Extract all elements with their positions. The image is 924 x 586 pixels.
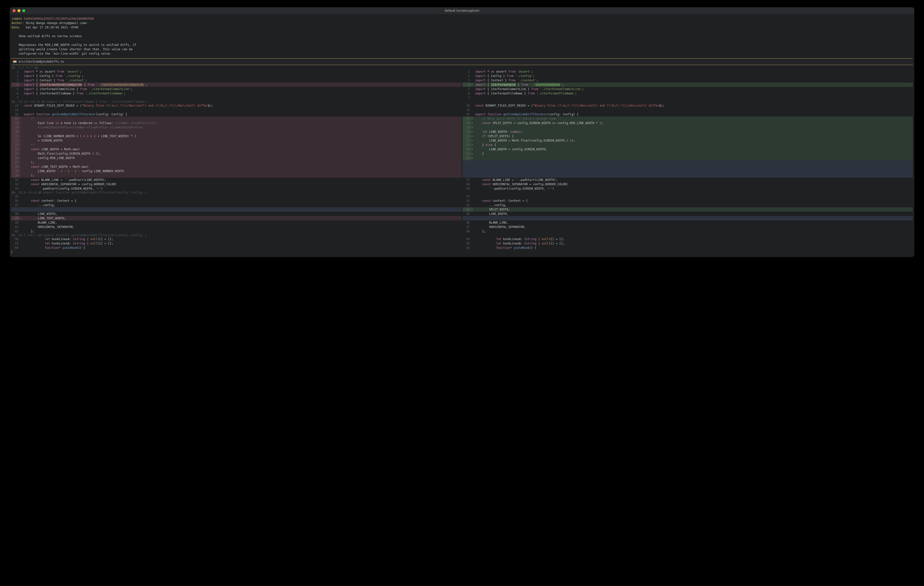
prompt-cursor[interactable]: [11, 250, 913, 254]
code: const BLANK_LINE = ''.padStart(LINE_WIDT…: [475, 178, 913, 182]
diff-left: 35 36 const context: Context = { 37 ...c…: [11, 194, 462, 233]
code: [475, 96, 913, 100]
line-number: 18: [462, 121, 471, 125]
diff-line: 5 import { iterFormatCommitLine } from '…: [11, 87, 462, 91]
code: const BINARY_FILES_DIFF_REGEX = /^Binary…: [475, 103, 913, 108]
code: import { Config } from './config';: [475, 74, 913, 78]
code: const context: Context = {: [24, 199, 462, 203]
line-number: 40: [11, 220, 20, 225]
diff-line-deleted: 21- So (LINE_NUMBER_WIDTH + 1 + 1 + 1 + …: [11, 134, 462, 138]
line-marker: [471, 203, 475, 207]
line-number: 2: [11, 74, 20, 78]
commit-header: commit 5a00d16095a255b57c762289fa434e180…: [11, 17, 913, 56]
diff-line: 3 import { Context } from './context';: [462, 78, 913, 83]
line-marker: -: [20, 143, 24, 147]
diff-line: 38 };: [462, 229, 913, 233]
line-number: 33: [11, 186, 20, 191]
diff-line-deleted: 19- <lineWithoutPrefix><lineNo> <linePre…: [11, 125, 462, 130]
line-number: 21: [11, 134, 20, 138]
commit-hash: 5a00d16095a255b57c762289fa434e18088b956b: [24, 17, 94, 20]
line-marker: [471, 237, 475, 241]
code: const SPLIT_DIFFS = config.SCREEN_WIDTH …: [475, 121, 913, 125]
line-marker: -: [20, 216, 24, 220]
code: function* yieldHunk() {: [24, 246, 462, 250]
line-number: 16: [11, 112, 20, 116]
line-number: 6: [11, 91, 20, 96]
line-number: 20: [462, 130, 471, 134]
line-marker: -: [20, 83, 24, 87]
line-marker: [20, 220, 24, 225]
code: [475, 216, 913, 220]
line-number: 7: [11, 96, 20, 100]
line-number: 15: [11, 108, 20, 112]
code: LINE_WIDTH = config.SCREEN_WIDTH;: [475, 147, 913, 151]
line-marker: [471, 87, 475, 91]
line-number: 14: [462, 103, 471, 108]
line-marker: +: [471, 147, 475, 151]
code: );: [24, 173, 462, 178]
hunk-header: @@ -1,7 +1,7 @@: [11, 66, 913, 70]
line-marker: [20, 112, 24, 116]
diff-line: 60 function* yieldHunk() {: [11, 246, 462, 250]
line-marker: -: [20, 116, 24, 121]
code: import * as assert from 'assert';: [24, 70, 462, 74]
diff-line: 2 import { Config } from './config';: [462, 74, 913, 78]
diff-line: 32 const HORIZONTAL_SEPARATOR = config.B…: [11, 182, 462, 186]
diff-right: 14 const BINARY_FILES_DIFF_REGEX = /^Bin…: [462, 103, 913, 191]
line-number: 32: [11, 182, 20, 186]
line-marker: +: [471, 138, 475, 143]
diff-line-deleted: 39- LINE_TEXT_WIDTH,: [11, 216, 462, 220]
line-marker: +: [471, 121, 475, 125]
line-number: 59: [11, 241, 20, 246]
line-number: 23: [462, 143, 471, 147]
code: BLANK_LINE,: [475, 220, 913, 225]
diff-line-deleted: 4-import { iterFormatHunkSideBySide } fr…: [11, 83, 462, 87]
diff-line-added: 20+ let LINE_WIDTH: number;: [462, 130, 913, 134]
commit-body-line: configured via the `min-line-width` git …: [12, 52, 112, 55]
line-number: 24: [462, 147, 471, 151]
line-number: 3: [11, 78, 20, 83]
window-title: Default (screencapture): [10, 9, 914, 12]
code: ''.padStart(config.SCREEN_WIDTH, '─'): [24, 186, 462, 191]
code: /*: [24, 116, 462, 121]
diff-line-added: 34+ SPLIT_DIFFS,: [462, 207, 913, 212]
diff-line: 7: [462, 96, 913, 100]
code: }: [475, 151, 913, 156]
line-marker: -: [20, 173, 24, 178]
code: import { iterFormatHunkSideBySide } from…: [24, 83, 462, 87]
line-number: 1: [11, 70, 20, 74]
code: let LINE_WIDTH: number;: [475, 130, 913, 134]
date-label: Date:: [12, 26, 26, 29]
diff-line: 32 const context: Context = {: [462, 199, 913, 203]
diff-line: 15: [11, 108, 462, 112]
diff-line: 31: [462, 194, 913, 199]
code: );: [24, 160, 462, 165]
diff-line-added: 26+: [462, 156, 913, 160]
line-marker: [20, 241, 24, 246]
diff-line: 33 ''.padStart(config.SCREEN_WIDTH, '─'): [11, 186, 462, 191]
code: <lineWithoutPrefix><lineNo> <linePrefix>…: [24, 125, 462, 130]
line-marker: [471, 103, 475, 108]
code: LINE_WIDTH,: [24, 212, 462, 216]
line-marker: +: [471, 130, 475, 134]
code: const LINE_TEXT_WIDTH = Math.max(: [24, 165, 462, 169]
diff-line: 28 const HORIZONTAL_SEPARATOR = config.B…: [462, 182, 913, 186]
cursor-icon: [12, 250, 12, 254]
diff-line-added: 19+: [462, 125, 913, 130]
code: [475, 108, 913, 112]
line-marker: [471, 178, 475, 182]
terminal-body[interactable]: commit 5a00d16095a255b57c762289fa434e180…: [10, 14, 914, 257]
line-number: 22: [462, 138, 471, 143]
line-marker: [471, 112, 475, 116]
line-marker: [471, 246, 475, 250]
line-number: 14: [11, 103, 20, 108]
code: SPLIT_DIFFS,: [475, 207, 913, 212]
code: const BINARY_FILES_DIFF_REGEX = /^Binary…: [24, 103, 462, 108]
diff-line-deleted: 20-: [11, 130, 462, 134]
code: [475, 169, 913, 173]
diff-line-added: 21+ if (SPLIT_DIFFS) {: [462, 134, 913, 138]
line-marker: +: [471, 83, 475, 87]
diff-line: 29 ''.padStart(config.SCREEN_WIDTH, '─'): [462, 186, 913, 191]
line-marker: +: [471, 143, 475, 147]
line-number: 18: [11, 121, 20, 125]
